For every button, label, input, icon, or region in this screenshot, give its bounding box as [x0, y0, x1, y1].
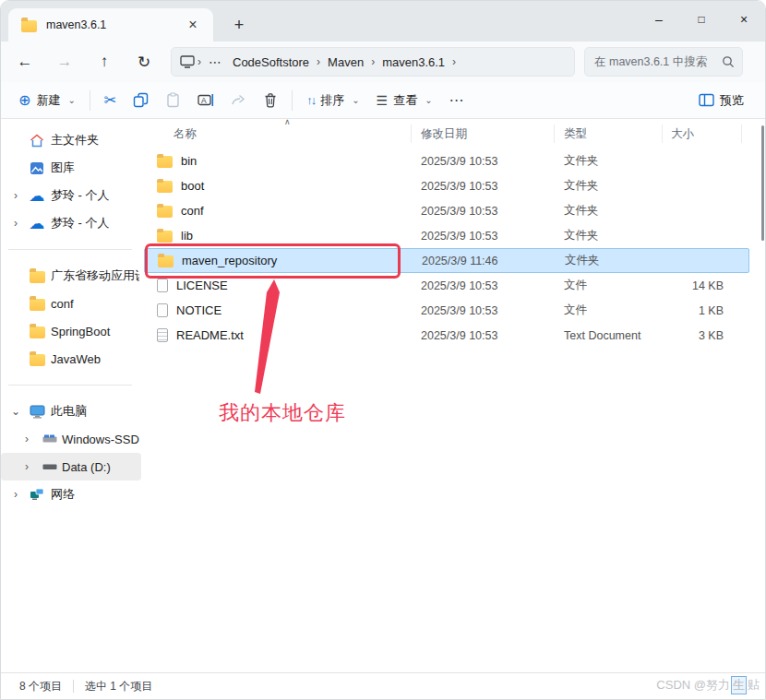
sidebar-item-data-d[interactable]: › Data (D:) [1, 453, 141, 481]
expand-icon[interactable]: › [21, 433, 32, 445]
paste-button[interactable] [157, 86, 189, 115]
sidebar-item-label: 梦玲 - 个人 [51, 187, 139, 204]
folder-icon [157, 181, 173, 193]
tab-bar: maven3.6.1 × + – □ × [1, 1, 765, 42]
file-date: 2025/3/9 10:53 [412, 155, 555, 168]
tab-maven361[interactable]: maven3.6.1 × [8, 8, 213, 42]
sort-button[interactable]: ↑↓ 排序 ⌄ [298, 86, 367, 115]
column-header-date[interactable]: 修改日期 [412, 125, 555, 143]
expand-icon[interactable]: › [10, 488, 21, 501]
file-row-readme[interactable]: README.txt 2025/3/9 10:53 Text Document … [144, 323, 749, 348]
watermark-text: 贴 [748, 677, 760, 694]
search-input[interactable] [594, 55, 722, 68]
sidebar-item-network[interactable]: › 网络 [1, 481, 141, 508]
breadcrumb[interactable]: › ⋯ CodeSoftstore › Maven › maven3.6.1 › [171, 47, 575, 77]
file-date: 2025/3/9 10:53 [412, 230, 555, 243]
file-row-license[interactable]: LICENSE 2025/3/9 10:53 文件 14 KB [144, 273, 749, 298]
delete-button[interactable] [255, 86, 286, 115]
sidebar-item-conf[interactable]: conf [1, 290, 141, 317]
file-row-conf[interactable]: conf 2025/3/9 10:53 文件夹 [144, 198, 749, 223]
search-box[interactable] [584, 47, 743, 77]
trash-icon [263, 92, 278, 108]
sidebar-item-springboot[interactable]: SpringBoot [1, 317, 141, 345]
rename-button[interactable]: A [189, 86, 222, 115]
collapse-icon[interactable]: ⌄ [10, 405, 21, 418]
expand-icon[interactable]: › [10, 217, 21, 230]
file-name: README.txt [176, 328, 244, 342]
sort-ascending-icon: ∧ [284, 117, 291, 126]
copy-button[interactable] [125, 86, 157, 115]
file-row-boot[interactable]: boot 2025/3/9 10:53 文件夹 [144, 173, 749, 198]
sidebar-item-gallery[interactable]: 图库 [1, 154, 141, 182]
column-header-type[interactable]: 类型 [555, 125, 663, 143]
watermark-text: CSDN @努力 [656, 677, 730, 694]
more-options-button[interactable]: ⋯ [441, 86, 473, 115]
view-icon: ☰ [377, 94, 389, 107]
sidebar-item-javaweb[interactable]: JavaWeb [1, 345, 141, 373]
expand-icon[interactable]: › [21, 460, 32, 473]
file-row-notice[interactable]: NOTICE 2025/3/9 10:53 文件 1 KB [144, 298, 749, 323]
up-button[interactable]: ↑ [89, 46, 120, 77]
breadcrumb-item-codesoftstore[interactable]: CodeSoftstore [227, 55, 315, 69]
breadcrumb-item-maven361[interactable]: maven3.6.1 [377, 55, 450, 69]
sort-icon: ↑↓ [306, 94, 315, 106]
folder-icon [29, 295, 45, 312]
share-icon [231, 92, 246, 108]
sidebar-item-home[interactable]: 主文件夹 [1, 126, 141, 154]
file-type: 文件夹 [555, 228, 663, 243]
vertical-scrollbar[interactable] [761, 125, 764, 241]
column-header-size[interactable]: 大小 [663, 125, 742, 143]
file-date: 2025/3/9 10:53 [412, 180, 555, 193]
cut-icon: ✂ [104, 93, 116, 108]
folder-icon [157, 231, 173, 243]
refresh-button[interactable]: ↻ [128, 46, 160, 77]
file-rows: bin 2025/3/9 10:53 文件夹 boot 2025/3/9 10:… [144, 148, 765, 348]
item-count: 8 个项目 [19, 679, 62, 694]
annotation-text: 我的本地仓库 [219, 399, 346, 427]
file-type: 文件夹 [555, 153, 663, 169]
breadcrumb-overflow-button[interactable]: ⋯ [203, 54, 227, 69]
copy-icon [133, 92, 149, 108]
new-button[interactable]: ⊕ 新建 ⌄ [10, 86, 84, 115]
share-button[interactable] [222, 86, 255, 115]
file-type: 文件夹 [555, 178, 663, 194]
file-date: 2025/3/9 10:53 [412, 304, 555, 317]
onedrive-cloud-icon: ☁ [29, 215, 45, 231]
forward-button[interactable]: → [49, 46, 80, 77]
sidebar-divider [8, 385, 132, 386]
file-row-bin[interactable]: bin 2025/3/9 10:53 文件夹 [144, 148, 749, 173]
preview-icon [699, 93, 714, 107]
tab-close-icon[interactable]: × [182, 14, 204, 36]
sidebar-item-windows-ssd[interactable]: › Windows-SSD (C:) [1, 425, 141, 453]
sidebar-item-label: 此电脑 [51, 403, 139, 420]
breadcrumb-item-maven[interactable]: Maven [322, 55, 369, 69]
file-row-lib[interactable]: lib 2025/3/9 10:53 文件夹 [144, 223, 749, 248]
cut-button[interactable]: ✂ [96, 86, 125, 115]
minimize-button[interactable]: – [638, 1, 680, 38]
preview-button[interactable]: 预览 [690, 86, 752, 115]
maximize-button[interactable]: □ [680, 1, 723, 38]
file-date: 2025/3/9 10:53 [412, 205, 555, 218]
sidebar-item-onedrive-1[interactable]: › ☁ 梦玲 - 个人 [1, 182, 141, 209]
column-headers: ∧ 名称 修改日期 类型 大小 [144, 119, 765, 148]
view-button[interactable]: ☰ 查看 ⌄ [368, 86, 441, 115]
file-row-maven-repository[interactable]: maven_repository 2025/3/9 11:46 文件夹 [144, 248, 749, 273]
folder-icon [157, 206, 173, 218]
this-pc-icon [29, 403, 45, 420]
sidebar-item-pinned-folder[interactable]: 广东省移动应用设计 [1, 262, 141, 290]
sidebar-item-this-pc[interactable]: ⌄ 此电脑 [1, 397, 141, 425]
toolbar-divider [90, 90, 90, 111]
file-name: LICENSE [176, 279, 228, 292]
sidebar-item-label: 网络 [51, 486, 139, 503]
expand-icon[interactable]: › [10, 189, 21, 202]
new-tab-button[interactable]: + [226, 12, 252, 38]
back-button[interactable]: ← [9, 46, 41, 77]
sidebar-item-onedrive-2[interactable]: › ☁ 梦玲 - 个人 [1, 209, 141, 237]
sidebar-item-label: conf [51, 297, 139, 311]
this-pc-icon [179, 53, 196, 70]
sidebar-item-label: Data (D:) [62, 460, 139, 474]
sidebar-item-label: SpringBoot [51, 325, 139, 338]
close-button[interactable]: × [723, 1, 765, 38]
address-bar: ← → ↑ ↻ › ⋯ CodeSoftstore › Maven › mave… [1, 42, 765, 82]
column-header-name[interactable]: 名称 [144, 125, 412, 143]
